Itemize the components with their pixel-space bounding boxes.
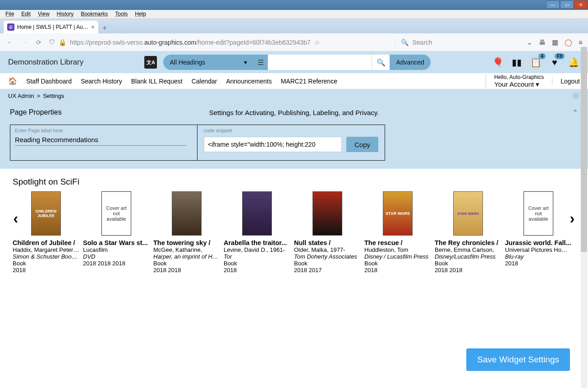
print-icon[interactable]: 🖶 bbox=[539, 38, 546, 46]
scan-icon[interactable]: ▮▮ bbox=[510, 56, 523, 69]
menu-file[interactable]: File bbox=[2, 10, 18, 19]
vertical-scrollbar[interactable] bbox=[581, 47, 587, 388]
nav-announcements[interactable]: Announcements bbox=[226, 78, 271, 85]
book-cover bbox=[312, 191, 342, 236]
logout-link[interactable]: Logout bbox=[552, 78, 580, 85]
greeting-text: Hello, Auto-Graphics bbox=[494, 74, 544, 80]
book-title: Null states / bbox=[294, 239, 361, 246]
carousel-card[interactable]: Arabella the traitor...Levine, David D.,… bbox=[224, 191, 290, 273]
book-publisher: Blu-ray bbox=[505, 253, 572, 260]
carousel-card[interactable]: CHILDREN JUBILEEChildren of Jubilee /Had… bbox=[13, 191, 79, 273]
carousel-card[interactable]: Null states /Older, Malka, 1977-Tom Dohe… bbox=[294, 191, 361, 273]
window-minimize-button[interactable]: — bbox=[546, 0, 560, 9]
heart-icon[interactable]: ♥F9 bbox=[548, 56, 561, 69]
search-placeholder: Search bbox=[412, 39, 432, 46]
browser-tab[interactable]: ⦿ Home | SWLS | PLATT | Auto-Gr × bbox=[4, 21, 98, 33]
menu-help[interactable]: Help bbox=[131, 10, 150, 19]
book-cover: STAR WARS bbox=[383, 191, 413, 236]
carousel-card[interactable]: STAR WARSThe Rey chronicles /Berne, Emma… bbox=[435, 191, 501, 273]
carousel-card[interactable]: Cover art not availableJurassic world. F… bbox=[505, 191, 572, 273]
catalog-search-input[interactable] bbox=[268, 55, 372, 70]
page-label-input[interactable] bbox=[15, 134, 186, 146]
collapse-button[interactable]: ⌃ bbox=[573, 109, 578, 116]
chevron-down-icon: ▾ bbox=[536, 80, 539, 88]
nav-menu: 🏠 Staff Dashboard Search History Blank I… bbox=[0, 73, 588, 89]
menu-tools[interactable]: Tools bbox=[111, 10, 131, 19]
copy-button[interactable]: Copy bbox=[346, 137, 378, 152]
tab-close-button[interactable]: × bbox=[91, 23, 95, 31]
book-cover: CHILDREN JUBILEE bbox=[31, 191, 61, 236]
breadcrumb-separator: > bbox=[37, 93, 41, 99]
book-cover bbox=[172, 191, 202, 236]
menu-bookmarks[interactable]: Bookmarks bbox=[77, 10, 111, 19]
nav-marc21[interactable]: MARC21 Reference bbox=[281, 78, 337, 85]
book-author: Older, Malka, 1977- bbox=[294, 246, 361, 253]
page-label-hint: Enter Page label here bbox=[15, 128, 193, 133]
page-properties-panel: Page Properties Settings for Activating,… bbox=[0, 102, 588, 169]
carousel-prev-button[interactable]: ‹ bbox=[9, 209, 23, 227]
lock-icon: 🔒 bbox=[59, 39, 66, 46]
breadcrumb: UX Admin > Settings ✕ bbox=[0, 89, 588, 102]
browser-tool-icons: ⌄ 🖶 ▦ ◯ ≡ bbox=[527, 38, 583, 46]
book-publisher: Simon & Schuster Books fo... bbox=[13, 253, 79, 260]
balloon-icon[interactable]: 🎈 bbox=[492, 56, 504, 69]
library-name: Demonstration Library bbox=[8, 58, 83, 67]
book-year: 2018 bbox=[13, 267, 79, 273]
menu-history[interactable]: History bbox=[53, 10, 77, 19]
window-maximize-button[interactable]: ▭ bbox=[560, 0, 574, 9]
catalog-search-button[interactable]: 🔍 bbox=[372, 55, 390, 70]
book-format: Book bbox=[153, 260, 220, 267]
list-icon[interactable]: 📋4 bbox=[529, 56, 542, 69]
book-format: Book bbox=[435, 260, 501, 267]
list-badge: 4 bbox=[538, 53, 546, 59]
your-account-label: Your Account bbox=[494, 80, 534, 88]
shield-icon: ⛉ bbox=[49, 39, 55, 46]
forward-button[interactable]: → bbox=[20, 38, 29, 47]
database-icon[interactable]: ☰ bbox=[253, 55, 268, 70]
book-format: Book bbox=[224, 260, 290, 267]
window-titlebar: — ▭ ✕ bbox=[0, 0, 588, 10]
advanced-search-button[interactable]: Advanced bbox=[390, 55, 430, 70]
carousel-card[interactable]: STAR WARSThe rescue /Huddleston, TomDisn… bbox=[364, 191, 431, 273]
extension-icon[interactable]: ▦ bbox=[552, 38, 558, 46]
page-properties-title: Page Properties bbox=[10, 108, 62, 116]
menu-edit[interactable]: Edit bbox=[18, 10, 34, 19]
browser-search-field[interactable]: 🔍 Search bbox=[395, 39, 521, 46]
snippet-input[interactable] bbox=[204, 137, 342, 152]
nav-blank-ill[interactable]: Blank ILL Request bbox=[131, 78, 183, 85]
security-icon[interactable]: ◯ bbox=[565, 38, 572, 46]
nav-search-history[interactable]: Search History bbox=[81, 78, 122, 85]
book-title: The towering sky / bbox=[153, 239, 220, 246]
browser-menubar: File Edit View History Bookmarks Tools H… bbox=[0, 10, 588, 19]
carousel-title: Spotlight on SciFi bbox=[13, 177, 575, 187]
book-cover: STAR WARS bbox=[453, 191, 483, 236]
book-publisher: Disney / Lucasfilm Press bbox=[364, 253, 431, 260]
star-icon[interactable]: ☆ bbox=[314, 39, 320, 46]
reload-button[interactable]: ⟳ bbox=[34, 38, 43, 47]
pocket-icon[interactable]: ⌄ bbox=[527, 38, 533, 46]
headings-dropdown[interactable]: All Headings ▾ bbox=[163, 55, 253, 70]
save-widget-settings-button[interactable]: Save Widget Settings bbox=[466, 348, 570, 371]
book-year: 2018 2018 bbox=[435, 267, 501, 273]
window-close-button[interactable]: ✕ bbox=[574, 0, 588, 9]
url-bar[interactable]: ⛉ 🔒 https://preprod-swls-verso.auto-grap… bbox=[49, 39, 390, 46]
back-button[interactable]: ← bbox=[5, 38, 14, 47]
nav-calendar[interactable]: Calendar bbox=[192, 78, 217, 85]
breadcrumb-close-button[interactable]: ✕ bbox=[572, 92, 580, 100]
nav-staff-dashboard[interactable]: Staff Dashboard bbox=[26, 78, 72, 85]
carousel-next-button[interactable]: › bbox=[565, 209, 579, 227]
carousel-card[interactable]: The towering sky /McGee, Katharine,Harpe… bbox=[153, 191, 220, 273]
book-author: Universal Pictures Home E... bbox=[505, 246, 572, 253]
new-tab-button[interactable]: + bbox=[98, 23, 111, 33]
carousel-card[interactable]: Cover art not availableSolo a Star Wars … bbox=[83, 191, 150, 273]
browser-toolbar: ← → ⟳ ⛉ 🔒 https://preprod-swls-verso.aut… bbox=[0, 33, 588, 51]
bell-icon[interactable]: 🔔 bbox=[567, 56, 580, 69]
translate-icon[interactable]: 文A bbox=[144, 56, 157, 69]
book-format: Book bbox=[13, 260, 79, 267]
breadcrumb-ux-admin[interactable]: UX Admin bbox=[8, 93, 34, 99]
home-icon[interactable]: 🏠 bbox=[8, 77, 17, 85]
page-label-box: Enter Page label here bbox=[10, 125, 198, 161]
account-dropdown[interactable]: Hello, Auto-Graphics Your Account ▾ bbox=[494, 74, 544, 88]
menu-icon[interactable]: ≡ bbox=[579, 38, 583, 46]
menu-view[interactable]: View bbox=[34, 10, 53, 19]
